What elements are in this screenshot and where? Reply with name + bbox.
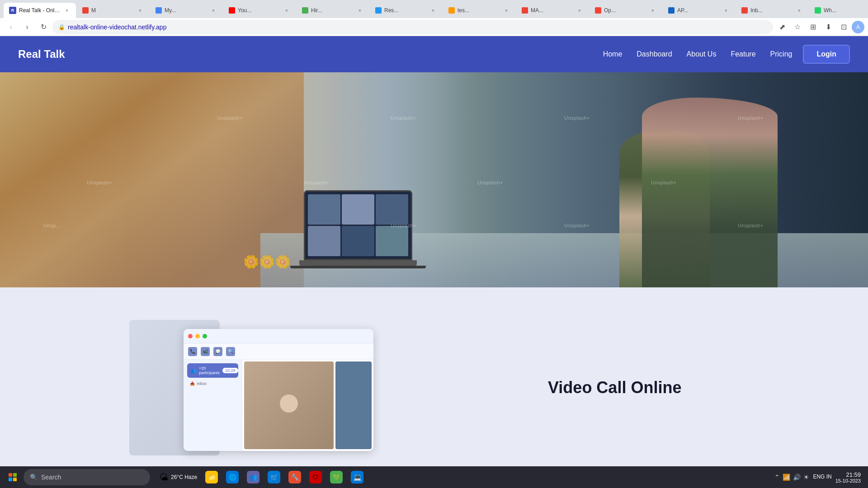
toolbar-icon-4: 🔍 xyxy=(226,347,235,356)
tab-close-gh1[interactable]: × xyxy=(356,7,363,14)
reload-button[interactable]: ↻ xyxy=(36,20,51,34)
hero-section: 🌼🌼🌼 Unsplash+ Unsplash+ Unsplash+ Unspla… xyxy=(0,72,868,287)
taskbar-app-collab[interactable]: 💚 xyxy=(326,467,346,487)
tab-favicon-op xyxy=(595,7,601,14)
security-icon: 🔒 xyxy=(58,24,65,30)
address-bar: ‹ › ↻ 🔒 realtalk-online-videochat.netlif… xyxy=(0,18,868,36)
participants-time: 10:28 xyxy=(222,368,238,373)
volume-icon[interactable]: 🔊 xyxy=(793,474,801,481)
store-icon: 🛒 xyxy=(268,471,280,483)
download-button[interactable]: ⬇ xyxy=(821,20,835,34)
taskbar: 🔍 Search 🌤 26°C Haze 📁 🌐 👥 🛒 🔧 🛡 xyxy=(0,466,868,488)
share-button[interactable]: ⬈ xyxy=(775,20,789,34)
url-bar[interactable]: 🔒 realtalk-online-videochat.netlify.app xyxy=(52,20,773,34)
tab-favicon-gh1 xyxy=(302,7,308,14)
tab-yt[interactable]: You... × xyxy=(223,3,296,18)
taskbar-app-code[interactable]: 💻 xyxy=(347,467,367,487)
start-button[interactable] xyxy=(4,468,22,486)
tab-close-ma[interactable]: × xyxy=(576,7,583,14)
taskbar-app-security[interactable]: 🛡 xyxy=(306,467,326,487)
taskbar-app-edge[interactable]: 🌐 xyxy=(222,467,242,487)
tab-close-ap[interactable]: × xyxy=(722,7,730,14)
tab-title-yt: You... xyxy=(238,7,280,14)
tab-title-op: Op... xyxy=(604,7,646,14)
tab-ma[interactable]: MA... × xyxy=(516,3,589,18)
show-hidden-icons-button[interactable]: ⌃ xyxy=(774,474,780,481)
tab-close-tes[interactable]: × xyxy=(503,7,510,14)
nav-link-home[interactable]: Home xyxy=(603,50,623,58)
login-button[interactable]: Login xyxy=(803,45,850,64)
tab-favicon-res xyxy=(375,7,382,14)
tab-favicon-yt xyxy=(229,7,235,14)
teams-icon: 👥 xyxy=(247,471,259,483)
nav-link-about[interactable]: About Us xyxy=(687,50,717,58)
tab-close-res[interactable]: × xyxy=(429,7,437,14)
mockup-close-dot xyxy=(188,334,193,338)
nav-link-dashboard[interactable]: Dashboard xyxy=(637,50,672,58)
address-bar-actions: ⬈ ☆ ⊞ ⬇ ⊡ A xyxy=(775,20,864,34)
taskbar-app-teams[interactable]: 👥 xyxy=(243,467,263,487)
security-icon: 🛡 xyxy=(309,471,322,483)
tab-inb[interactable]: Inb... × xyxy=(736,3,808,18)
site-header: Real Talk Home Dashboard About Us Featur… xyxy=(0,36,868,72)
taskbar-app-store[interactable]: 🛒 xyxy=(264,467,284,487)
windows-logo-square-4 xyxy=(13,478,17,481)
forward-button[interactable]: › xyxy=(20,20,34,34)
tab-close-op[interactable]: × xyxy=(649,7,656,14)
profile-button[interactable]: ⊡ xyxy=(836,20,851,34)
tab-op[interactable]: Op... × xyxy=(590,3,662,18)
tab-close-inb[interactable]: × xyxy=(796,7,803,14)
file-explorer-icon: 📁 xyxy=(205,471,218,483)
language-indicator[interactable]: ENG IN xyxy=(813,474,831,481)
taskbar-weather-widget[interactable]: 🌤 26°C Haze xyxy=(156,472,201,483)
tab-my[interactable]: My... × xyxy=(150,3,222,18)
tab-title-inb: Inb... xyxy=(750,7,793,14)
nav-link-feature[interactable]: Feature xyxy=(731,50,755,58)
mockup-max-dot xyxy=(203,334,207,338)
hero-flowers: 🌼🌼🌼 xyxy=(243,254,291,269)
tab-favicon-wh xyxy=(815,7,821,14)
mockup-sidebar-inbox: 📥 Inbox xyxy=(187,380,238,388)
url-text: realtalk-online-videochat.netlify.app xyxy=(68,23,767,31)
taskbar-search-bar[interactable]: 🔍 Search xyxy=(24,469,150,485)
nav-link-pricing[interactable]: Pricing xyxy=(770,50,793,58)
tab-close-my[interactable]: × xyxy=(210,7,217,14)
brightness-icon[interactable]: ☀ xyxy=(803,474,809,481)
windows-logo-square-2 xyxy=(13,473,17,477)
tab-favicon-mail1 xyxy=(82,7,89,14)
tab-res[interactable]: Res... × xyxy=(370,3,442,18)
tab-title-tes: tes... xyxy=(458,7,500,14)
bookmark-button[interactable]: ☆ xyxy=(790,20,805,34)
website-content: Real Talk Home Dashboard About Us Featur… xyxy=(0,36,868,488)
tab-close-mail1[interactable]: × xyxy=(137,7,144,14)
taskbar-app-file-explorer[interactable]: 📁 xyxy=(202,467,222,487)
back-button[interactable]: ‹ xyxy=(4,20,18,34)
hero-laptop xyxy=(304,190,417,274)
collab-icon: 💚 xyxy=(330,471,343,483)
tab-bar: R Real Talk - Online Vi... × M × My... ×… xyxy=(0,0,868,18)
tab-close-yt[interactable]: × xyxy=(283,7,290,14)
tab-mail1[interactable]: M × xyxy=(77,3,149,18)
active-tab[interactable]: R Real Talk - Online Vi... × xyxy=(4,3,76,18)
weather-condition: Haze xyxy=(184,474,197,480)
tab-ap[interactable]: AP... × xyxy=(663,3,735,18)
toolbar-icon-2: 📹 xyxy=(201,347,210,356)
tab-gh1[interactable]: Hir... × xyxy=(297,3,369,18)
tab-close-button[interactable]: × xyxy=(63,7,71,14)
tab-tes[interactable]: tes... × xyxy=(443,3,515,18)
taskbar-clock[interactable]: 21:59 15-10-2023 xyxy=(835,471,861,483)
taskbar-pinned-apps: 🌤 26°C Haze 📁 🌐 👥 🛒 🔧 🛡 💚 💻 xyxy=(156,467,367,487)
taskbar-system-tray: ⌃ 📶 🔊 ☀ ENG IN 21:59 15-10-2023 xyxy=(774,471,864,483)
extensions-button[interactable]: ⊞ xyxy=(806,20,820,34)
windows-logo-square-3 xyxy=(9,478,12,481)
tab-favicon-ap xyxy=(668,7,675,14)
app-mockup-container: 📞 📹 💬 🔍 👥 +20 participants xyxy=(129,320,392,455)
profile-avatar[interactable]: A xyxy=(852,21,864,33)
tab-wh[interactable]: Wh... × xyxy=(809,3,868,18)
tab-favicon-ma xyxy=(522,7,528,14)
devtools-icon: 🔧 xyxy=(288,471,301,483)
network-icon[interactable]: 📶 xyxy=(783,474,790,481)
taskbar-app-devtools[interactable]: 🔧 xyxy=(285,467,305,487)
tab-title-ap: AP... xyxy=(677,7,720,14)
tab-title-ma: MA... xyxy=(531,7,573,14)
